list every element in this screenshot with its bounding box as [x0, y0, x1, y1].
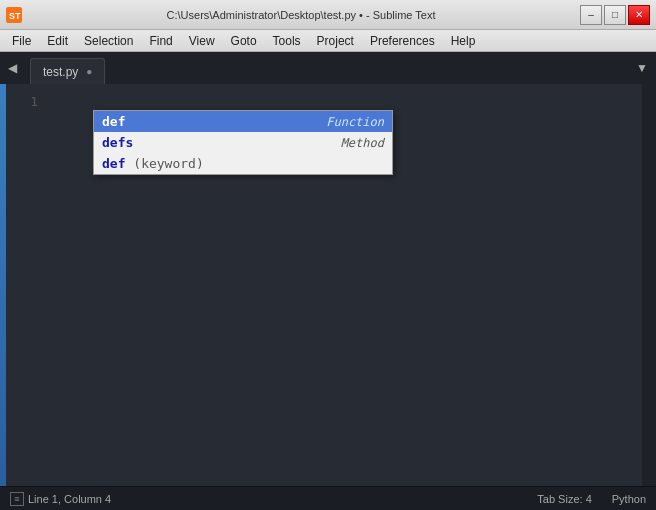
minimize-button[interactable]: –: [580, 5, 602, 25]
ac-type-0: Function: [326, 115, 384, 129]
tab-dropdown-icon[interactable]: ▼: [632, 59, 652, 77]
window-title: C:\Users\Administrator\Desktop\test.py •…: [28, 9, 574, 21]
menu-help[interactable]: Help: [443, 30, 484, 51]
tab-size[interactable]: Tab Size: 4: [537, 493, 591, 505]
status-left: ≡ Line 1, Column 4: [10, 492, 111, 506]
ac-extra-2: (keyword): [125, 156, 203, 171]
menu-selection[interactable]: Selection: [76, 30, 141, 51]
language-indicator[interactable]: Python: [612, 493, 646, 505]
autocomplete-dropdown: def Function defs Method def (keyword): [93, 110, 393, 175]
close-button[interactable]: ✕: [628, 5, 650, 25]
app-icon: ST: [6, 7, 22, 23]
editor-content[interactable]: def def Function defs Method def (keywor…: [46, 84, 642, 486]
menu-tools[interactable]: Tools: [265, 30, 309, 51]
autocomplete-item-1[interactable]: defs Method: [94, 132, 392, 153]
autocomplete-item-2[interactable]: def (keyword): [94, 153, 392, 174]
tab-test-py[interactable]: test.py ●: [30, 58, 105, 84]
tab-close-icon[interactable]: ●: [86, 66, 92, 77]
menu-goto[interactable]: Goto: [223, 30, 265, 51]
tab-label: test.py: [43, 65, 78, 79]
line-numbers: 1: [6, 84, 46, 486]
editor-container: 1 def def Function defs Method def (keyw…: [0, 84, 656, 486]
maximize-button[interactable]: □: [604, 5, 626, 25]
ac-keyword-2: def: [102, 156, 125, 171]
status-bar: ≡ Line 1, Column 4 Tab Size: 4 Python: [0, 486, 656, 510]
ac-keyword-1: def: [102, 135, 125, 150]
tab-bar: ◀ test.py ● ▼: [0, 52, 656, 84]
svg-text:ST: ST: [9, 11, 21, 21]
window-controls: – □ ✕: [580, 5, 650, 25]
autocomplete-item-0[interactable]: def Function: [94, 111, 392, 132]
status-icon[interactable]: ≡: [10, 492, 24, 506]
menu-preferences[interactable]: Preferences: [362, 30, 443, 51]
menu-project[interactable]: Project: [309, 30, 362, 51]
title-bar: ST C:\Users\Administrator\Desktop\test.p…: [0, 0, 656, 30]
menu-edit[interactable]: Edit: [39, 30, 76, 51]
tab-nav-left[interactable]: ◀: [4, 59, 21, 77]
menu-find[interactable]: Find: [141, 30, 180, 51]
menu-view[interactable]: View: [181, 30, 223, 51]
ac-keyword-0: def: [102, 114, 125, 129]
scrollbar[interactable]: [642, 84, 656, 486]
menu-bar: File Edit Selection Find View Goto Tools…: [0, 30, 656, 52]
ac-type-1: Method: [341, 136, 384, 150]
ac-s-1: s: [125, 135, 133, 150]
menu-file[interactable]: File: [4, 30, 39, 51]
status-right: Tab Size: 4 Python: [537, 493, 646, 505]
cursor-position: Line 1, Column 4: [28, 493, 111, 505]
line-number-1: 1: [6, 88, 38, 113]
